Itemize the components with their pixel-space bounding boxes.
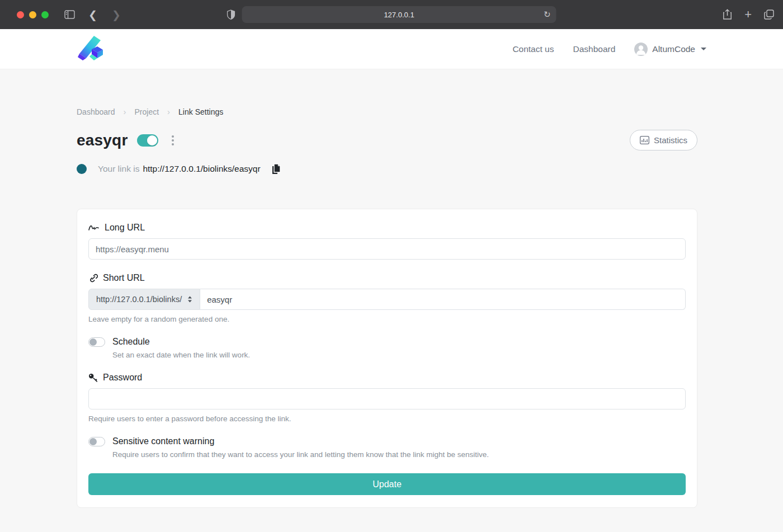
status-dot <box>77 164 87 174</box>
new-tab-icon[interactable]: + <box>744 7 752 22</box>
password-input[interactable] <box>88 388 686 409</box>
breadcrumb-link-settings: Link Settings <box>178 107 223 116</box>
tab-overview-icon[interactable] <box>764 10 774 20</box>
select-arrows-icon <box>187 296 192 303</box>
short-url-domain-value: http://127.0.0.1/biolinks/ <box>96 295 182 304</box>
breadcrumb-project[interactable]: Project <box>135 107 159 116</box>
address-bar[interactable]: 127.0.0.1 ↻ <box>242 6 556 23</box>
short-url-input[interactable] <box>200 289 686 310</box>
page-title: easyqr <box>77 131 128 149</box>
back-icon[interactable]: ❮ <box>88 8 97 21</box>
forward-icon[interactable]: ❯ <box>112 8 121 21</box>
short-url-help: Leave empty for a random generated one. <box>88 315 686 323</box>
link-settings-card: Long URL Short URL http:/ <box>77 209 697 508</box>
statistics-label: Statistics <box>654 135 687 145</box>
long-url-input[interactable] <box>88 238 686 260</box>
schedule-label: Schedule <box>112 337 150 347</box>
long-url-icon <box>88 224 100 232</box>
share-icon[interactable] <box>723 9 732 20</box>
nav-dashboard[interactable]: Dashboard <box>573 44 615 54</box>
breadcrumb-separator-icon: › <box>167 107 170 116</box>
breadcrumb: Dashboard › Project › Link Settings <box>77 107 697 116</box>
your-link-url[interactable]: http://127.0.0.1/biolinks/easyqr <box>143 164 260 174</box>
sensitive-content-help: Require users to confirm that they want … <box>112 450 686 459</box>
zoom-window-button[interactable] <box>41 11 49 18</box>
copy-icon[interactable] <box>271 163 282 175</box>
link-enabled-toggle[interactable] <box>137 134 158 147</box>
long-url-label: Long URL <box>105 223 145 233</box>
short-url-domain-select[interactable]: http://127.0.0.1/biolinks/ <box>88 289 200 310</box>
your-link-prefix: Your link is <box>98 164 139 174</box>
key-icon <box>88 373 98 383</box>
chevron-down-icon <box>701 48 706 50</box>
browser-toolbar: ❮ ❯ 127.0.0.1 ↻ + <box>0 0 783 29</box>
schedule-toggle[interactable] <box>88 337 105 347</box>
privacy-shield-icon[interactable] <box>227 10 235 20</box>
user-avatar-icon <box>634 43 648 56</box>
window-controls <box>17 11 49 18</box>
main-content: Dashboard › Project › Link Settings easy… <box>0 69 783 508</box>
password-help: Require users to enter a password before… <box>88 415 686 423</box>
user-name: AltumCode <box>652 44 695 54</box>
breadcrumb-dashboard[interactable]: Dashboard <box>77 107 115 116</box>
app-logo[interactable] <box>77 35 105 63</box>
user-menu[interactable]: AltumCode <box>634 43 706 56</box>
app-header: Contact us Dashboard AltumCode <box>0 29 783 69</box>
statistics-button[interactable]: Statistics <box>630 130 697 150</box>
sensitive-content-label: Sensitive content warning <box>112 436 214 446</box>
address-bar-url: 127.0.0.1 <box>384 11 414 19</box>
bar-chart-icon <box>640 136 649 144</box>
sensitive-content-toggle[interactable] <box>88 437 105 446</box>
link-icon <box>88 274 98 283</box>
schedule-help: Set an exact date when the link will wor… <box>112 351 686 359</box>
short-url-label: Short URL <box>103 273 145 283</box>
update-button[interactable]: Update <box>88 473 686 495</box>
sidebar-icon[interactable] <box>64 10 75 19</box>
more-options-icon[interactable] <box>169 133 176 148</box>
nav-contact-us[interactable]: Contact us <box>512 44 554 54</box>
minimize-window-button[interactable] <box>29 11 36 18</box>
close-window-button[interactable] <box>17 11 24 18</box>
reload-icon[interactable]: ↻ <box>544 10 551 20</box>
breadcrumb-separator-icon: › <box>124 107 126 116</box>
password-label: Password <box>103 373 142 383</box>
